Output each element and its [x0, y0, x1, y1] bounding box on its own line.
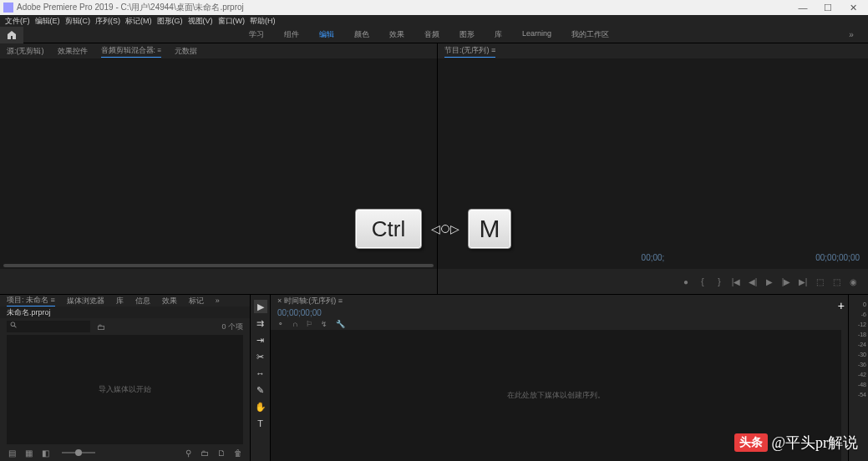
go-in-icon[interactable]: |◀	[731, 277, 741, 286]
export-frame-icon[interactable]: ◉	[848, 277, 858, 286]
settings-icon[interactable]: ↯	[321, 320, 327, 328]
home-button[interactable]	[0, 27, 23, 43]
project-body[interactable]: 导入媒体以开始	[7, 335, 243, 444]
list-view-icon[interactable]: ▤	[7, 448, 17, 458]
icon-view-icon[interactable]: ▦	[23, 448, 33, 458]
tab-info[interactable]: 信息	[135, 296, 150, 306]
menu-graphics[interactable]: 图形(G)	[157, 16, 183, 27]
keycap-plus-icon: ◁▷	[431, 222, 459, 236]
ws-edit[interactable]: 编辑	[319, 29, 334, 40]
tab-audio-mixer-label: 音频剪辑混合器:	[101, 46, 156, 54]
workspace-tabs: 学习 组件 编辑 颜色 效果 音频 图形 库 Learning 我的工作区	[23, 29, 835, 40]
folder-icon[interactable]: 🗀	[97, 322, 105, 332]
tab-markers[interactable]: 标记	[189, 296, 204, 306]
menu-edit[interactable]: 编辑(E)	[35, 16, 60, 27]
program-panel: 节目:(无序列) ≡ 00;00; 00;00;00;00 ● { } |◀ ◀…	[438, 43, 868, 294]
tab-audio-mixer[interactable]: 音频剪辑混合器: ≡	[101, 45, 162, 58]
menu-help[interactable]: 帮助(H)	[250, 16, 276, 27]
ws-learning[interactable]: Learning	[522, 29, 551, 40]
menu-clip[interactable]: 剪辑(C)	[65, 16, 91, 27]
freeform-view-icon[interactable]: ◧	[40, 448, 50, 458]
project-tabs: 项目: 未命名 ≡ 媒体浏览器 库 信息 效果 标记 »	[0, 295, 250, 306]
zoom-slider[interactable]	[62, 452, 95, 453]
tab-media-browser[interactable]: 媒体浏览器	[67, 296, 104, 306]
menu-window[interactable]: 窗口(W)	[218, 16, 246, 27]
timeline-toolbar: ⚬ ∩ ⚐ ↯ 🔧	[271, 318, 848, 330]
project-search-row: 🗀 0 个项	[0, 318, 250, 335]
ws-audio[interactable]: 音频	[424, 29, 439, 40]
close-button[interactable]: ✕	[841, 1, 865, 14]
razor-tool-icon[interactable]: ✂	[254, 350, 267, 363]
import-hint: 导入媒体以开始	[99, 384, 151, 395]
track-select-tool-icon[interactable]: ⇉	[254, 317, 267, 330]
search-wrap	[7, 321, 90, 332]
tab-effect-controls[interactable]: 效果控件	[58, 46, 88, 57]
maximize-button[interactable]: ☐	[816, 1, 840, 14]
program-tabs: 节目:(无序列) ≡	[438, 43, 868, 58]
ws-learn[interactable]: 学习	[249, 29, 264, 40]
menu-sequence[interactable]: 序列(S)	[95, 16, 120, 27]
home-icon	[7, 30, 17, 40]
minimize-button[interactable]: —	[791, 1, 815, 14]
new-item-icon[interactable]: 🗋	[216, 448, 226, 458]
timeline-hint: 在此处放下媒体以创建序列。	[507, 390, 605, 401]
selection-tool-icon[interactable]: ▶	[254, 300, 267, 313]
workspace-overflow-icon[interactable]: »	[835, 30, 868, 39]
meter-tick: -36	[849, 360, 868, 370]
search-input[interactable]	[7, 321, 90, 332]
marker-tl-icon[interactable]: ⚐	[306, 320, 312, 328]
source-transport	[0, 269, 437, 294]
program-timecode-center: 00;00;	[642, 253, 665, 262]
ripple-edit-tool-icon[interactable]: ⇥	[254, 333, 267, 347]
watermark-text: @平头pr解说	[771, 433, 858, 453]
zoom-knob[interactable]	[75, 449, 82, 456]
tab-source[interactable]: 源:(无剪辑)	[7, 46, 44, 57]
linked-selection-icon[interactable]: ∩	[292, 320, 297, 328]
ws-graphics[interactable]: 图形	[459, 29, 475, 40]
timeline-header[interactable]: × 时间轴:(无序列) ≡	[271, 295, 848, 306]
item-count: 0 个项	[221, 322, 243, 332]
meter-tick: -54	[849, 390, 868, 400]
new-bin-icon[interactable]: 🗀	[200, 448, 210, 458]
timeline-timecode[interactable]: 00;00;00;00	[271, 306, 848, 318]
step-back-icon[interactable]: ◀|	[748, 277, 758, 286]
ws-libraries[interactable]: 库	[495, 29, 502, 40]
tab-program[interactable]: 节目:(无序列) ≡	[444, 45, 495, 58]
keycap-m: M	[468, 209, 511, 249]
hand-tool-icon[interactable]: ✋	[254, 400, 267, 413]
wrench-icon[interactable]: 🔧	[336, 320, 345, 328]
tab-project[interactable]: 项目: 未命名 ≡	[7, 295, 55, 306]
add-panel-button[interactable]: +	[838, 299, 845, 312]
trash-icon[interactable]: 🗑	[233, 448, 243, 458]
ws-effects[interactable]: 效果	[389, 29, 404, 40]
source-scrollbar[interactable]	[0, 262, 437, 269]
step-forward-icon[interactable]: |▶	[781, 277, 791, 286]
scrollbar-thumb[interactable]	[3, 264, 434, 267]
ws-mine[interactable]: 我的工作区	[571, 29, 609, 40]
lift-icon[interactable]: ⬚	[815, 277, 825, 286]
meter-tick: -6	[849, 310, 868, 320]
tab-overflow[interactable]: »	[216, 296, 220, 305]
ws-assembly[interactable]: 组件	[284, 29, 299, 40]
pen-tool-icon[interactable]: ✎	[254, 383, 267, 397]
menu-file[interactable]: 文件(F)	[5, 16, 30, 27]
out-point-icon[interactable]: }	[714, 277, 724, 286]
type-tool-icon[interactable]: T	[254, 417, 267, 430]
tab-metadata[interactable]: 元数据	[175, 46, 197, 57]
find-icon[interactable]: ⚲	[183, 448, 193, 458]
in-point-icon[interactable]: {	[698, 277, 708, 286]
project-file-header[interactable]: 未命名.prproj	[0, 306, 250, 318]
tab-library[interactable]: 库	[116, 296, 124, 306]
marker-icon[interactable]: ●	[681, 277, 691, 286]
watermark: 头条 @平头pr解说	[734, 433, 858, 453]
ws-color[interactable]: 颜色	[354, 29, 369, 40]
menu-view[interactable]: 视图(V)	[188, 16, 213, 27]
menu-marker[interactable]: 标记(M)	[125, 16, 152, 27]
watermark-badge: 头条	[734, 433, 768, 452]
play-icon[interactable]: ▶	[764, 277, 774, 286]
extract-icon[interactable]: ⬚	[831, 277, 841, 286]
go-out-icon[interactable]: ▶|	[798, 277, 808, 286]
snap-icon[interactable]: ⚬	[277, 320, 284, 328]
tab-effects[interactable]: 效果	[162, 296, 177, 306]
slip-tool-icon[interactable]: ↔	[254, 367, 267, 380]
